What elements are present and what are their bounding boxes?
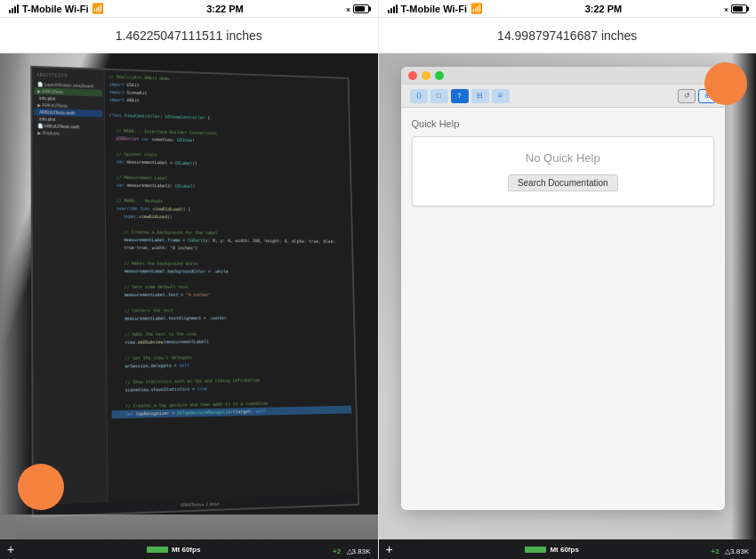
plus-btn-left[interactable]: +	[7, 542, 14, 556]
right-edge-bezel	[731, 53, 756, 559]
badge-left: +2	[333, 547, 341, 555]
signal-icon-left	[9, 4, 19, 13]
laptop-keyboard	[0, 514, 378, 541]
ui-icon-btn[interactable]: □	[430, 89, 448, 103]
main-content: ARKitTests 📄 LaunchScreen.storyboard ▶ A…	[0, 53, 756, 559]
orange-dot-left	[18, 464, 64, 510]
code-sidebar: ARKitTests 📄 LaunchScreen.storyboard ▶ A…	[32, 68, 108, 516]
quick-help-title: Quick Help	[412, 118, 715, 129]
no-quick-help-text: No Quick Help	[423, 151, 704, 165]
right-panel: ⟨⟩ □ ? ⊟ ≡ ↺ ⊕ Quick Help No Quick Help	[379, 53, 757, 559]
carrier-left: T-Mobile Wi-Fi	[22, 4, 88, 14]
quick-help-content: Quick Help No Quick Help Search Document…	[401, 108, 726, 510]
quick-help-card: No Quick Help Search Documentation	[412, 136, 715, 207]
laptop-screen: ARKitTests 📄 LaunchScreen.storyboard ▶ A…	[30, 66, 358, 518]
size-left: △3.83K	[347, 547, 371, 555]
plus-btn-right[interactable]: +	[386, 542, 393, 556]
status-bar-right: T-Mobile Wi-Fi 📶 3:22 PM ⁎	[379, 0, 757, 17]
time-left: 3:22 PM	[206, 4, 244, 14]
help-icon-btn[interactable]: ?	[451, 89, 469, 103]
fps-label-right: Mt 60fps	[550, 546, 578, 554]
wifi-icon-right: 📶	[470, 3, 483, 14]
left-panel: ARKitTests 📄 LaunchScreen.storyboard ▶ A…	[0, 53, 378, 559]
wifi-icon-left: 📶	[92, 3, 104, 14]
bluetooth-icon-right: ⁎	[724, 4, 728, 13]
scope-btn-1[interactable]: ↺	[678, 89, 696, 103]
code-editor-main: // RealityKit ARKit demo import UIKit im…	[104, 70, 357, 514]
split-icon-btn[interactable]: ⊟	[471, 89, 489, 103]
status-bar-left: T-Mobile Wi-Fi 📶 3:22 PM ⁎	[0, 0, 379, 17]
xcode-window: ⟨⟩ □ ? ⊟ ≡ ↺ ⊕ Quick Help No Quick Help	[401, 67, 726, 510]
bottom-toolbar-left[interactable]: + Mt 60fps +2 △3.83K	[0, 539, 378, 559]
close-window-btn[interactable]	[408, 71, 417, 80]
measurement-right: 14.998797416687 inches	[379, 18, 757, 53]
battery-icon-right	[731, 4, 747, 13]
search-doc-btn[interactable]: Search Documentation	[508, 174, 618, 191]
fps-bar-right	[525, 547, 546, 553]
orange-dot-right	[704, 62, 747, 105]
maximize-window-btn[interactable]	[435, 71, 444, 80]
fps-bar-left	[147, 547, 168, 553]
measurement-left: 1.46225047111511 inches	[0, 18, 379, 53]
minimize-window-btn[interactable]	[422, 71, 430, 80]
log-icon-btn[interactable]: ≡	[492, 89, 510, 103]
carrier-right: T-Mobile Wi-Fi	[401, 4, 467, 14]
badge-right: +2	[712, 547, 720, 555]
xcode-toolbar: ⟨⟩ □ ? ⊟ ≡ ↺ ⊕	[401, 85, 726, 108]
bluetooth-icon-left: ⁎	[346, 4, 350, 13]
fps-label-left: Mt 60fps	[172, 546, 200, 554]
size-right: △3.83K	[725, 547, 749, 555]
code-icon-btn[interactable]: ⟨⟩	[410, 89, 428, 103]
dual-status-bar: T-Mobile Wi-Fi 📶 3:22 PM ⁎ T-Mobile Wi-F…	[0, 0, 756, 18]
signal-icon-right	[388, 4, 398, 13]
toolbar-icons-group: ⟨⟩ □ ? ⊟ ≡	[410, 89, 510, 103]
battery-icon-left	[353, 4, 369, 13]
bottom-toolbar-right[interactable]: + Mt 60fps +2 △3.83K	[379, 539, 757, 559]
measurement-labels-row: 1.46225047111511 inches 14.998797416687 …	[0, 18, 756, 53]
time-right: 3:22 PM	[585, 4, 623, 14]
xcode-titlebar	[401, 67, 726, 85]
